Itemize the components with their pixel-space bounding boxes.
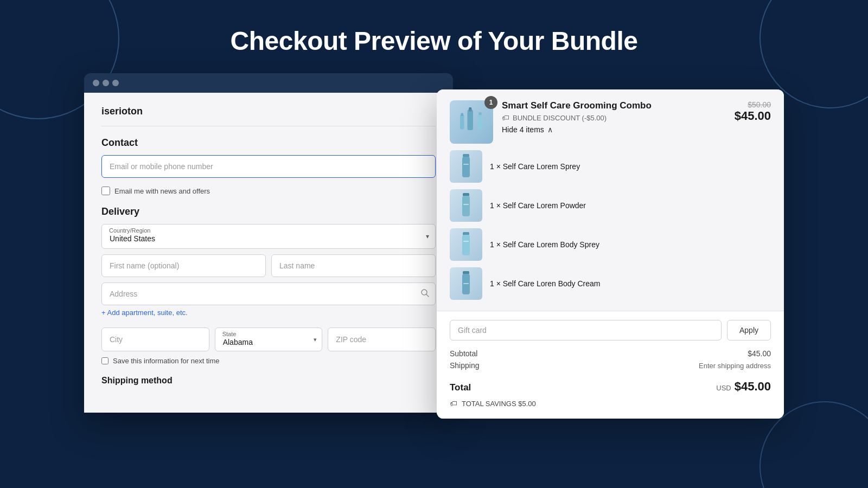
subtotal-row: Subtotal $45.00: [450, 349, 771, 358]
checkout-form-card: iserioton Contact Email me with news and…: [84, 73, 453, 413]
address-row: [101, 282, 436, 305]
bundle-badge: 1: [484, 96, 497, 109]
country-select-wrapper: Country/Region United States ▾: [101, 224, 436, 249]
contact-section-label: Contact: [101, 137, 436, 149]
svg-rect-5: [460, 115, 464, 130]
list-item: 1 × Self Care Lorem Body Sprey: [450, 228, 771, 261]
total-currency: USD: [716, 384, 731, 392]
bundle-name: Smart Self Care Grooming Combo: [502, 100, 726, 111]
bundle-price-col: $50.00 $45.00: [735, 100, 771, 123]
store-name: iserioton: [101, 106, 436, 126]
svg-rect-17: [463, 241, 469, 242]
country-select[interactable]: United States: [101, 224, 436, 249]
item-name-4: 1 × Self Care Loren Body Cream: [490, 279, 601, 288]
bottom-section: Apply Subtotal $45.00 Shipping Enter shi…: [437, 311, 784, 419]
first-name-input[interactable]: [101, 254, 266, 277]
discount-label: BUNDLE DISCOUNT (-$5.00): [513, 114, 607, 122]
chevron-up-icon: ∧: [547, 125, 553, 134]
email-form-group: [101, 155, 436, 178]
hide-items-row[interactable]: Hide 4 items ∧: [502, 125, 726, 134]
svg-line-1: [426, 294, 429, 297]
state-wrapper: State Alabama ▾: [215, 328, 323, 351]
svg-rect-11: [463, 164, 469, 165]
email-input[interactable]: [101, 155, 436, 178]
bundle-image-wrapper: 1: [450, 100, 493, 144]
subtotal-value: $45.00: [748, 349, 771, 358]
subtotal-label: Subtotal: [450, 349, 477, 358]
bundle-section: 1 Smart Self Care Grooming Combo 🏷 BUNDL…: [437, 89, 784, 311]
savings-value: $5.00: [518, 400, 536, 408]
item-name-1: 1 × Self Care Lorem Sprey: [490, 162, 580, 171]
bundle-sale-price: $45.00: [735, 109, 771, 123]
bundle-original-price: $50.00: [735, 100, 771, 109]
city-state-zip-row: State Alabama ▾: [101, 328, 436, 351]
item-name-3: 1 × Self Care Lorem Body Sprey: [490, 240, 599, 249]
svg-rect-4: [469, 107, 472, 110]
order-summary-card: 1 Smart Self Care Grooming Combo 🏷 BUNDL…: [437, 89, 784, 419]
gift-card-row: Apply: [450, 320, 771, 341]
list-item: 1 × Self Care Loren Body Cream: [450, 267, 771, 300]
list-item: 1 × Self Care Lorem Sprey: [450, 150, 771, 183]
browser-bar: [84, 73, 453, 93]
add-apartment-link[interactable]: + Add apartment, suite, etc.: [101, 309, 188, 317]
gift-card-input[interactable]: [450, 320, 722, 341]
item-image-4: [450, 267, 482, 300]
svg-rect-7: [478, 114, 482, 130]
item-name-2: 1 × Self Care Lorem Powder: [490, 201, 586, 210]
hide-items-label: Hide 4 items: [502, 125, 544, 134]
shipping-method-label: Shipping method: [101, 376, 436, 386]
total-value: $45.00: [735, 380, 771, 394]
checkout-form-body: iserioton Contact Email me with news and…: [84, 93, 453, 413]
news-checkbox-row: Email me with news and offers: [101, 187, 436, 195]
svg-rect-20: [463, 283, 469, 284]
delivery-section-label: Delivery: [101, 206, 436, 217]
address-input[interactable]: [101, 282, 436, 305]
save-info-row: Save this information for next time: [101, 357, 436, 365]
svg-rect-8: [479, 112, 482, 115]
address-search-icon: [420, 288, 429, 299]
shipping-note: Enter shipping address: [699, 362, 771, 370]
zip-input[interactable]: [328, 328, 436, 351]
svg-rect-16: [462, 235, 470, 255]
svg-rect-13: [462, 196, 470, 216]
list-item: 1 × Self Care Lorem Powder: [450, 189, 771, 222]
apply-button[interactable]: Apply: [727, 320, 771, 341]
browser-dot-1: [93, 80, 99, 86]
savings-text: TOTAL SAVINGS $5.00: [462, 400, 536, 408]
shipping-label: Shipping: [450, 361, 480, 370]
total-right: USD $45.00: [716, 380, 771, 394]
save-info-label: Save this information for next time: [113, 357, 220, 365]
state-label: State: [222, 331, 237, 337]
news-checkbox[interactable]: [101, 187, 110, 195]
news-checkbox-label: Email me with news and offers: [114, 187, 210, 195]
last-name-input[interactable]: [271, 254, 436, 277]
browser-dot-3: [112, 80, 119, 86]
item-image-1: [450, 150, 482, 183]
svg-rect-2: [468, 110, 474, 131]
total-row: Total USD $45.00: [450, 375, 771, 394]
bundle-header: 1 Smart Self Care Grooming Combo 🏷 BUNDL…: [450, 100, 771, 144]
name-row: [101, 254, 436, 277]
city-input[interactable]: [101, 328, 209, 351]
bundle-discount-row: 🏷 BUNDLE DISCOUNT (-$5.00): [502, 113, 726, 122]
main-layout: iserioton Contact Email me with news and…: [0, 73, 868, 419]
browser-dot-2: [103, 80, 109, 86]
svg-rect-14: [463, 204, 469, 205]
savings-tag-icon: 🏷: [450, 399, 457, 408]
savings-label: TOTAL SAVINGS: [462, 400, 516, 408]
item-image-3: [450, 228, 482, 261]
item-image-2: [450, 189, 482, 222]
savings-row: 🏷 TOTAL SAVINGS $5.00: [450, 399, 771, 408]
total-label: Total: [450, 382, 471, 393]
discount-tag-icon: 🏷: [502, 113, 509, 122]
save-info-checkbox[interactable]: [101, 357, 108, 364]
page-title-section: Checkout Preview of Your Bundle: [0, 0, 868, 73]
country-label: Country/Region: [109, 227, 150, 234]
item-list: 1 × Self Care Lorem Sprey 1 × Self Care …: [450, 150, 771, 300]
bundle-info: Smart Self Care Grooming Combo 🏷 BUNDLE …: [502, 100, 726, 140]
shipping-row: Shipping Enter shipping address: [450, 361, 771, 370]
svg-rect-10: [462, 157, 470, 177]
svg-rect-6: [461, 113, 464, 116]
page-title: Checkout Preview of Your Bundle: [0, 26, 868, 56]
